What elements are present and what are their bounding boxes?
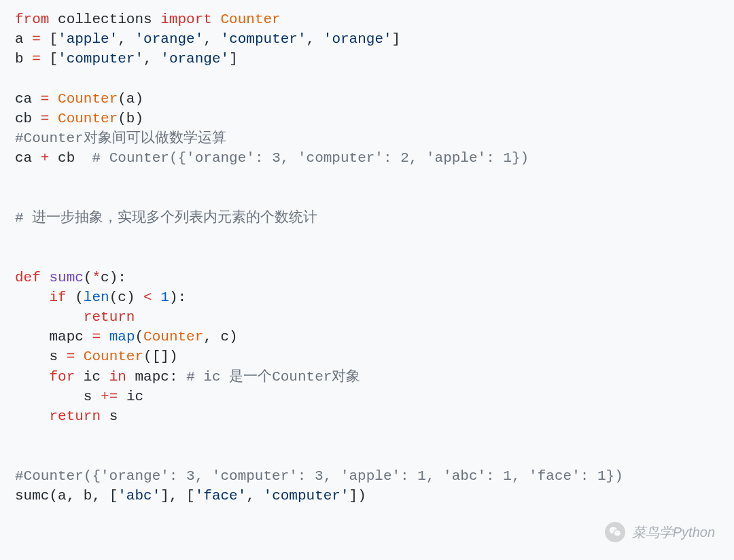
code-token: 'apple'	[58, 31, 118, 47]
code-line: cb = Counter(b)	[15, 111, 143, 126]
code-token: ]	[229, 51, 238, 67]
code-token: *	[92, 270, 101, 285]
code-line: return s	[15, 408, 118, 424]
code-token	[15, 349, 49, 364]
code-token	[41, 270, 50, 285]
code-token	[152, 290, 161, 305]
code-token: 'face'	[195, 488, 247, 504]
code-token: sumc	[49, 270, 83, 285]
code-token: +	[41, 150, 50, 166]
code-token: (	[84, 270, 92, 285]
code-token: =	[67, 349, 75, 364]
code-line: def sumc(*c):	[15, 270, 126, 285]
code-token	[49, 111, 58, 126]
code-token: Counter	[221, 12, 281, 27]
code-token: [	[41, 51, 58, 67]
code-token: ,	[246, 488, 263, 504]
code-token	[15, 290, 49, 305]
code-token: <	[143, 290, 152, 305]
code-token	[118, 389, 126, 404]
code-token: sumc	[15, 488, 49, 504]
code-token: b	[15, 51, 24, 67]
code-token	[15, 369, 49, 385]
code-token: cb	[15, 111, 32, 126]
code-token: ):	[169, 290, 186, 305]
code-token: ):	[109, 270, 126, 285]
code-line: s += ic	[15, 389, 143, 404]
code-token: , c)	[203, 329, 237, 345]
code-token: ]	[392, 31, 401, 47]
code-token: (a)	[118, 91, 143, 107]
code-line: return	[15, 309, 135, 325]
code-token: 'orange'	[135, 31, 203, 47]
code-token: from	[15, 12, 49, 27]
code-line: s = Counter([])	[15, 349, 178, 364]
code-block: from collections import Counter a = ['ap…	[0, 0, 734, 515]
code-token: a	[15, 31, 24, 47]
code-token: ic	[126, 389, 143, 404]
code-line: b = ['computer', 'orange']	[15, 51, 238, 67]
code-token: mapc	[49, 329, 83, 345]
code-line: for ic in mapc: # ic 是一个Counter对象	[15, 369, 360, 385]
code-token: import	[160, 12, 212, 27]
code-token	[49, 91, 58, 107]
code-line: sumc(a, b, ['abc'], ['face', 'computer']…	[15, 488, 366, 504]
code-token: 'computer'	[58, 51, 143, 67]
code-line: # 进一步抽象，实现多个列表内元素的个数统计	[15, 210, 317, 226]
code-token: ,	[118, 31, 135, 47]
code-token: def	[15, 270, 41, 285]
code-token: 1	[160, 290, 169, 305]
code-line: ca = Counter(a)	[15, 91, 143, 107]
code-token: ca	[15, 150, 32, 166]
code-token: map	[109, 329, 135, 345]
code-token: Counter	[84, 349, 143, 364]
code-token: (b)	[118, 111, 143, 126]
code-token: ])	[349, 488, 366, 504]
code-token: return	[49, 408, 101, 424]
code-token: 'computer'	[221, 31, 307, 47]
code-line: from collections import Counter	[15, 12, 281, 27]
code-token	[32, 150, 41, 166]
code-line: ca + cb # Counter({'orange': 3, 'compute…	[15, 150, 529, 166]
code-token: #Counter对象间可以做数学运算	[15, 130, 226, 146]
code-token: (a, b, [	[49, 488, 118, 504]
code-token	[212, 12, 221, 27]
code-token	[75, 369, 84, 385]
code-token	[15, 389, 84, 404]
code-token: ic	[84, 369, 101, 385]
code-token	[75, 150, 92, 166]
code-token	[126, 369, 135, 385]
code-token: [	[41, 31, 58, 47]
code-token	[135, 290, 143, 305]
code-token	[24, 51, 33, 67]
code-token: s	[84, 389, 92, 404]
code-token: ,	[203, 31, 220, 47]
code-token: # ic 是一个Counter对象	[186, 369, 360, 385]
code-token: Counter	[58, 91, 118, 107]
code-token: Counter	[143, 329, 203, 345]
code-token: if	[49, 290, 66, 305]
code-token	[101, 408, 109, 424]
code-token	[152, 12, 161, 27]
code-token: # Counter({'orange': 3, 'computer': 2, '…	[92, 150, 529, 166]
code-token	[24, 31, 33, 47]
code-token: ([])	[143, 349, 177, 364]
code-token	[84, 329, 92, 345]
code-line: mapc = map(Counter, c)	[15, 329, 238, 345]
code-token: +=	[101, 389, 118, 404]
code-token	[32, 91, 41, 107]
code-token: (	[135, 329, 143, 345]
code-token: ], [	[160, 488, 194, 504]
code-token: 'orange'	[160, 51, 229, 67]
code-line: #Counter({'orange': 3, 'computer': 3, 'a…	[15, 468, 623, 484]
code-token	[101, 329, 109, 345]
code-token: (c)	[109, 290, 135, 305]
code-token	[15, 329, 49, 345]
code-token	[15, 408, 49, 424]
code-token: #Counter({'orange': 3, 'computer': 3, 'a…	[15, 468, 623, 484]
code-line: #Counter对象间可以做数学运算	[15, 130, 226, 146]
code-token: s	[49, 349, 58, 364]
code-token: s	[109, 408, 118, 424]
code-token: =	[92, 329, 101, 345]
code-token: 'computer'	[264, 488, 349, 504]
